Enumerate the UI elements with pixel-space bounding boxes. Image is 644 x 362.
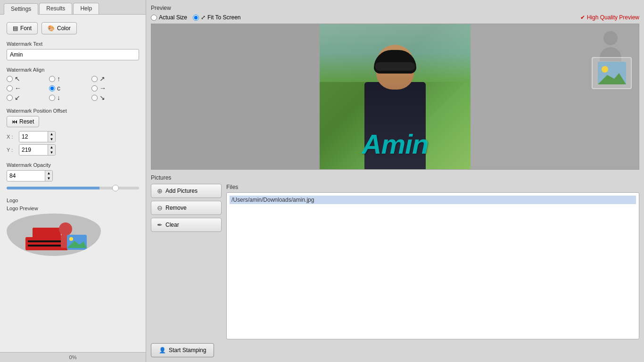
actual-size-option[interactable]: Actual Size	[151, 14, 187, 21]
fit-to-screen-label: Fit To Screen	[207, 14, 240, 21]
x-field: X : ▲ ▼	[7, 131, 139, 142]
opacity-input-wrap: ▲ ▼	[7, 170, 139, 181]
opacity-label: Watermark Opacity	[7, 162, 139, 168]
watermark-align-label: Watermark Align	[7, 67, 139, 73]
preview-section: Preview Actual Size ⤢ Fit To Screen ✔ Hi…	[151, 5, 639, 170]
left-panel: Settings Results Help ▤ Font 🎨 Color Wat…	[0, 0, 146, 362]
add-icon: ⊕	[157, 187, 163, 195]
fit-to-screen-option[interactable]: ⤢ Fit To Screen	[193, 14, 240, 21]
actual-size-radio[interactable]	[151, 15, 157, 21]
x-spin-down[interactable]: ▼	[48, 137, 55, 142]
logo-stamp-svg	[16, 216, 91, 254]
logo-preview-label: Logo Preview	[7, 206, 139, 211]
logo-label: Logo	[7, 197, 139, 203]
watermark-overlay: Amin	[320, 128, 471, 160]
font-icon: ▤	[13, 25, 18, 32]
svg-rect-3	[33, 228, 61, 238]
opacity-spinners: ▲ ▼	[45, 171, 52, 181]
color-icon: 🎨	[48, 25, 55, 32]
settings-panel: ▤ Font 🎨 Color Watermark Text Watermark …	[0, 15, 146, 352]
remove-icon: ⊖	[157, 204, 163, 212]
fit-to-screen-radio[interactable]	[193, 15, 199, 21]
hq-label: High Quality Preview	[587, 14, 639, 21]
opacity-spin-up[interactable]: ▲	[45, 171, 52, 176]
progress-bar: 0%	[0, 352, 146, 362]
svg-point-7	[69, 237, 73, 241]
svg-point-10	[602, 66, 608, 73]
xy-fields: X : ▲ ▼ Y :	[7, 131, 139, 156]
start-stamping-button[interactable]: 👤 Start Stamping	[151, 343, 214, 357]
tab-results[interactable]: Results	[39, 3, 72, 14]
pictures-layout: ⊕ Add Pictures ⊖ Remove ✒ Clear Files	[151, 184, 639, 339]
files-label: Files	[226, 184, 639, 190]
align-mid-center[interactable]: c	[49, 84, 91, 92]
position-offset-section: ⏮ Reset X : ▲ ▼	[7, 116, 139, 156]
watermark-text-label: Watermark Text	[7, 41, 139, 47]
preview-controls: Actual Size ⤢ Fit To Screen ✔ High Quali…	[151, 14, 639, 21]
reset-button[interactable]: ⏮ Reset	[7, 116, 39, 127]
y-spinners: ▲ ▼	[48, 145, 55, 155]
watermark-text-input[interactable]	[7, 49, 139, 60]
position-offset-label: Watermark Position Offset	[7, 108, 139, 114]
right-gray-area	[471, 24, 639, 169]
y-spin-up[interactable]: ▲	[48, 145, 55, 150]
svg-point-4	[59, 222, 72, 236]
align-top-right[interactable]: ↗	[91, 75, 134, 82]
stamp-icon: 👤	[159, 347, 166, 354]
svg-rect-1	[28, 240, 66, 242]
hq-check: ✔ High Quality Preview	[580, 14, 639, 21]
font-button[interactable]: ▤ Font	[7, 22, 38, 34]
font-color-row: ▤ Font 🎨 Color	[7, 22, 139, 34]
image-placeholder-icon	[592, 57, 632, 89]
tab-bar: Settings Results Help	[0, 0, 146, 15]
align-bot-right[interactable]: ↘	[91, 94, 134, 101]
tab-settings[interactable]: Settings	[4, 3, 38, 15]
progress-value: 0%	[69, 354, 77, 360]
opacity-section: ▲ ▼	[7, 170, 139, 191]
logo-section	[7, 214, 139, 256]
x-input[interactable]	[19, 132, 48, 141]
align-top-center[interactable]: ↑	[49, 75, 91, 82]
y-input-wrap: ▲ ▼	[19, 144, 56, 156]
pictures-title: Pictures	[151, 174, 639, 181]
x-spinners: ▲ ▼	[48, 132, 55, 142]
align-mid-right[interactable]: →	[91, 84, 134, 92]
clear-icon: ✒	[157, 221, 163, 229]
preview-image-area: Amin	[151, 24, 639, 170]
files-area: Files /Users/amin/Downloads/amin.jpg	[226, 184, 639, 339]
x-input-wrap: ▲ ▼	[19, 131, 56, 142]
align-top-left[interactable]: ↖	[7, 75, 49, 82]
opacity-slider[interactable]	[7, 187, 139, 189]
photo-area: Amin	[320, 24, 471, 169]
align-mid-left[interactable]: ←	[7, 84, 49, 92]
opacity-spin-down[interactable]: ▼	[45, 176, 52, 181]
opacity-input-container: ▲ ▼	[7, 170, 53, 181]
fit-screen-icon: ⤢	[201, 14, 206, 21]
align-bot-center[interactable]: ↓	[49, 94, 91, 101]
y-field: Y : ▲ ▼	[7, 144, 139, 156]
files-list: /Users/amin/Downloads/amin.jpg	[226, 192, 639, 339]
right-panel: Preview Actual Size ⤢ Fit To Screen ✔ Hi…	[146, 0, 644, 362]
tab-help[interactable]: Help	[73, 3, 99, 14]
svg-rect-2	[28, 245, 66, 247]
remove-button[interactable]: ⊖ Remove	[151, 201, 222, 215]
y-spin-down[interactable]: ▼	[48, 150, 55, 155]
add-pictures-button[interactable]: ⊕ Add Pictures	[151, 184, 222, 198]
actual-size-label: Actual Size	[159, 14, 187, 21]
x-spin-up[interactable]: ▲	[48, 132, 55, 137]
x-label: X :	[7, 134, 16, 140]
pictures-section: Pictures ⊕ Add Pictures ⊖ Remove ✒ Clear	[151, 174, 639, 357]
y-input[interactable]	[19, 145, 48, 155]
preview-title: Preview	[151, 5, 639, 11]
clear-button[interactable]: ✒ Clear	[151, 218, 222, 232]
align-bot-left[interactable]: ↙	[7, 94, 49, 101]
file-item[interactable]: /Users/amin/Downloads/amin.jpg	[230, 196, 636, 204]
y-label: Y :	[7, 147, 16, 153]
pictures-buttons: ⊕ Add Pictures ⊖ Remove ✒ Clear	[151, 184, 222, 339]
reset-icon: ⏮	[12, 118, 17, 125]
align-grid: ↖ ↑ ↗ ← c	[7, 75, 139, 101]
opacity-input[interactable]	[7, 171, 45, 181]
color-button[interactable]: 🎨 Color	[41, 22, 77, 34]
placeholder-svg	[598, 62, 626, 84]
checkmark-icon: ✔	[580, 14, 585, 21]
